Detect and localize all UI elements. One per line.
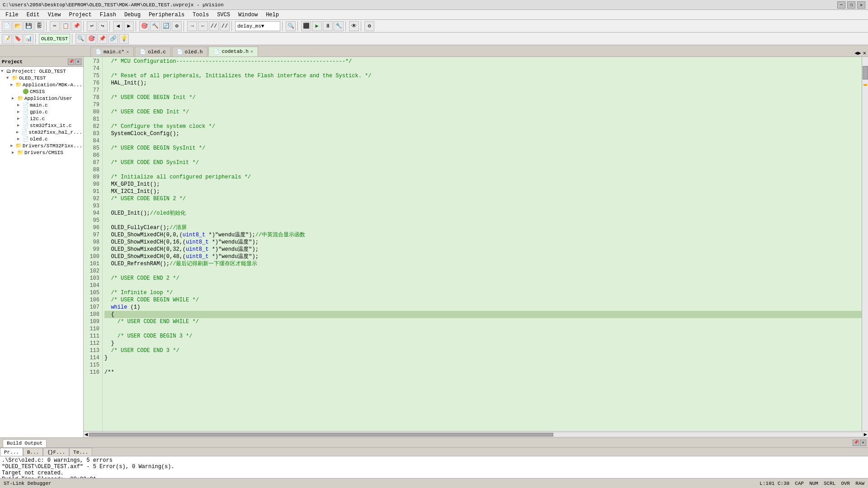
tree-item[interactable]: ▶📄gpio.c <box>1 108 82 115</box>
code-vscrollbar[interactable] <box>862 57 868 431</box>
redo-button[interactable]: ↪ <box>98 21 108 31</box>
code-lines[interactable]: /* MCU Configuration--------------------… <box>103 57 868 431</box>
menu-tools[interactable]: Tools <box>189 11 212 19</box>
uncomment-button[interactable]: // <box>220 21 230 31</box>
copy-button[interactable]: 📋 <box>61 21 71 31</box>
comment-button[interactable]: // <box>209 21 219 31</box>
tree-item[interactable]: ▶📄oled.c <box>1 136 82 142</box>
settings-button[interactable]: ⚙ <box>364 21 374 31</box>
tree-arrow-icon[interactable]: ▶ <box>10 82 15 87</box>
code-hscrollbar[interactable]: ◀ ▶ <box>84 431 868 437</box>
save-button[interactable]: 💾 <box>24 21 33 31</box>
function-dropdown[interactable]: delay_ms ▼ <box>235 21 280 31</box>
tree-arrow-icon[interactable]: ▶ <box>17 103 23 108</box>
tab-oled-c[interactable]: 📄 oled.c <box>135 47 171 56</box>
prev-button[interactable]: ◀ <box>113 21 123 31</box>
toolbar2-btn4[interactable]: 🔍 <box>75 34 85 44</box>
minimize-button[interactable]: — <box>837 1 845 9</box>
close-button[interactable]: ✕ <box>857 1 865 9</box>
bottom-panel-close[interactable]: ✕ <box>860 440 866 446</box>
unindent-button[interactable]: ← <box>198 21 208 31</box>
toolbar2-btn2[interactable]: 🔖 <box>13 34 23 44</box>
panel-tab-build[interactable]: Build Output <box>3 439 47 447</box>
tree-arrow-icon[interactable]: ▶ <box>12 150 17 155</box>
menu-debug[interactable]: Debug <box>121 11 144 19</box>
hscroll-track[interactable] <box>89 432 863 437</box>
step-button[interactable]: ⏸ <box>323 21 333 31</box>
next-button[interactable]: ▶ <box>124 21 134 31</box>
bottom-panel-pin[interactable]: 📌 <box>853 440 859 446</box>
tree-item[interactable]: ▶📁Drivers/CMSIS <box>1 149 82 156</box>
toolbar2-btn1[interactable]: 📝 <box>2 34 12 44</box>
tab-close-all[interactable]: ✕ <box>863 50 866 56</box>
tree-arrow-icon[interactable]: ▶ <box>17 109 23 114</box>
toolbar2-btn3[interactable]: 📊 <box>24 34 33 44</box>
tree-arrow-icon[interactable]: ▶ <box>17 136 23 141</box>
project-panel-close[interactable]: ✕ <box>75 59 81 65</box>
new-file-button[interactable]: 📄 <box>2 21 12 31</box>
toolbar2-btn8[interactable]: 💡 <box>119 34 129 44</box>
search-button[interactable]: 🔍 <box>286 21 296 31</box>
menu-svcs[interactable]: SVCS <box>213 11 234 19</box>
debug-settings-button[interactable]: 🔧 <box>334 21 344 31</box>
view-button[interactable]: 👁 <box>349 21 359 31</box>
code-scroll[interactable]: 7374757677787980818283848586878889909192… <box>84 57 868 431</box>
menu-file[interactable]: File <box>2 11 22 19</box>
build-target-button[interactable]: 🎯 <box>139 21 149 31</box>
toolbar2-btn6[interactable]: 📌 <box>97 34 107 44</box>
hscroll-right[interactable]: ▶ <box>864 431 867 437</box>
maximize-button[interactable]: ❐ <box>847 1 855 9</box>
project-panel-pin[interactable]: 📌 <box>68 59 74 65</box>
tab-nav-right[interactable]: ▶ <box>858 50 861 56</box>
build-button[interactable]: 🔨 <box>150 21 160 31</box>
sub-tab-f[interactable]: {}F... <box>43 448 69 456</box>
paste-button[interactable]: 📌 <box>71 21 81 31</box>
code-vscrollbar-thumb[interactable] <box>863 66 868 80</box>
sub-tab-pr[interactable]: Pr... <box>0 448 23 456</box>
menu-peripherals[interactable]: Peripherals <box>145 11 188 19</box>
tab-nav-left[interactable]: ◀ <box>854 50 858 56</box>
tree-item[interactable]: ▼🗂Project: OLED_TEST <box>1 68 82 75</box>
stop-button[interactable]: ⬛ <box>301 21 311 31</box>
tree-arrow-icon[interactable]: ▶ <box>10 143 15 148</box>
save-all-button[interactable]: 🗄 <box>34 21 44 31</box>
menu-flash[interactable]: Flash <box>96 11 120 19</box>
undo-button[interactable]: ↩ <box>87 21 97 31</box>
tab-main-c[interactable]: 📄 main.c* ✕ <box>90 47 134 56</box>
open-file-button[interactable]: 📂 <box>13 21 23 31</box>
menu-help[interactable]: Help <box>262 11 283 19</box>
toolbar2-btn5[interactable]: 🎯 <box>86 34 96 44</box>
batch-build-button[interactable]: ⚙ <box>172 21 182 31</box>
menu-view[interactable]: View <box>44 11 65 19</box>
tree-item[interactable]: ▶📄stm32f1xx_it.c <box>1 122 82 129</box>
tab-main-c-close[interactable]: ✕ <box>126 49 129 55</box>
tree-arrow-icon[interactable]: ▼ <box>6 76 12 80</box>
hscroll-left[interactable]: ◀ <box>85 431 88 437</box>
menu-window[interactable]: Window <box>235 11 261 19</box>
tab-codetab-h-close[interactable]: ✕ <box>250 49 253 54</box>
cut-button[interactable]: ✂ <box>50 21 60 31</box>
rebuild-button[interactable]: 🔄 <box>161 21 171 31</box>
run-button[interactable]: ▶ <box>312 21 322 31</box>
tab-codetab-h[interactable]: 📄 codetab.h ✕ <box>208 47 258 56</box>
tree-arrow-icon[interactable]: ▶ <box>16 130 21 135</box>
hscroll-thumb[interactable] <box>89 433 553 436</box>
tree-item[interactable]: ▶📁Application/User <box>1 95 82 102</box>
menu-edit[interactable]: Edit <box>23 11 43 19</box>
tree-arrow-icon[interactable]: ▶ <box>17 123 23 128</box>
tab-oled-h[interactable]: 📄 oled.h <box>172 47 208 56</box>
tree-item[interactable]: ▼📁OLED_TEST <box>1 75 82 81</box>
tree-arrow-icon[interactable]: ▼ <box>1 69 6 74</box>
tree-item[interactable]: ▶📄main.c <box>1 102 82 108</box>
sub-tab-b[interactable]: B... <box>23 448 43 456</box>
tree-arrow-icon[interactable]: ▶ <box>12 96 17 101</box>
tree-item[interactable]: ▶📁Drivers/STM32F1xx... <box>1 142 82 149</box>
menu-project[interactable]: Project <box>65 11 95 19</box>
tree-item[interactable]: 🟢CMSIS <box>1 88 82 95</box>
tree-item[interactable]: ▶📄i2c.c <box>1 115 82 122</box>
indent-button[interactable]: → <box>187 21 197 31</box>
sub-tab-te[interactable]: Te... <box>69 448 92 456</box>
tree-item[interactable]: ▶📄stm32f1xx_hal_r... <box>1 129 82 136</box>
tree-arrow-icon[interactable]: ▶ <box>17 116 23 121</box>
tree-item[interactable]: ▶📁Application/MDK-A... <box>1 81 82 88</box>
